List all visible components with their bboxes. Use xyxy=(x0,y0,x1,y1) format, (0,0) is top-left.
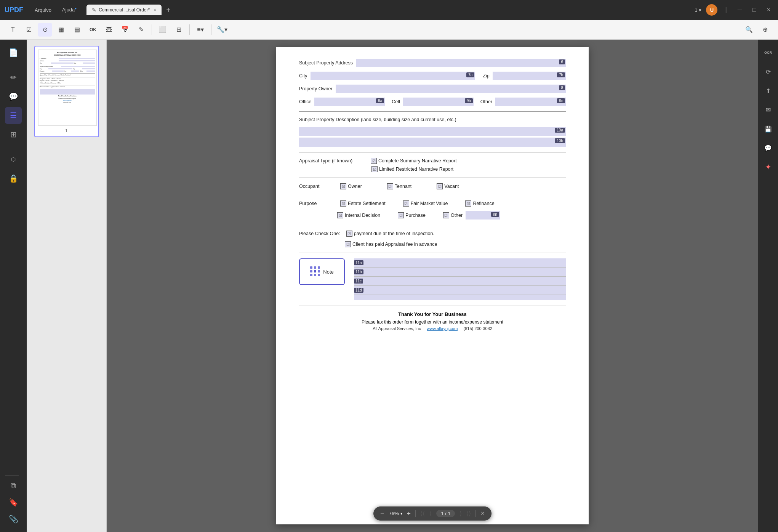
other2-item[interactable]: ☑ Other nn xyxy=(443,211,500,220)
office-field[interactable]: 9a xyxy=(314,98,385,106)
note-field-11a[interactable]: 11a xyxy=(354,258,566,268)
ok-tool-button[interactable]: OK xyxy=(86,23,100,37)
sidebar-forms-icon[interactable]: ☰ xyxy=(5,107,22,124)
sidebar-edit-icon[interactable]: ✏ xyxy=(5,69,22,86)
tennant-item[interactable]: ☑ Tennant xyxy=(387,183,411,189)
thumbnail-page-1[interactable]: ALL Appraisal Services, Inc. COMMERCIAL … xyxy=(34,46,99,137)
sidebar-organize-icon[interactable]: ⊞ xyxy=(5,126,22,143)
limited-restricted-item[interactable]: ☑ Limited Restricted Narrative Report xyxy=(371,166,453,172)
fair-market-checkbox[interactable]: ☑ xyxy=(403,200,409,207)
client-paid-checkbox[interactable]: ☑ xyxy=(345,241,351,247)
date-tool-button[interactable]: 📅 xyxy=(118,23,132,37)
sign-tool-button[interactable]: ✎ xyxy=(134,23,148,37)
complete-summary-checkbox[interactable]: ☑ xyxy=(371,158,377,164)
zoom-button[interactable]: ⊕ xyxy=(758,23,772,37)
subject-address-row: Subject Property Address 6 xyxy=(299,59,566,67)
note-widget[interactable]: Note xyxy=(299,258,345,285)
right-upload-icon[interactable]: ⬆ xyxy=(760,82,776,99)
align-tool-button[interactable]: ≡▾ xyxy=(194,23,207,37)
close-zoom-button[interactable]: × xyxy=(480,510,485,518)
zoom-level-display[interactable]: 76% ▾ xyxy=(389,511,402,516)
subject-desc-field-a[interactable]: 10a xyxy=(299,127,566,136)
pdf-area[interactable]: Subject Property Address 6 City 7a Zip 7… xyxy=(107,40,758,532)
last-page-button[interactable]: ⟩⟩ xyxy=(466,510,471,517)
prev-page-button[interactable]: ⟨ xyxy=(429,510,432,517)
radio-tool-button[interactable]: ⊙ xyxy=(38,23,52,37)
right-save-icon[interactable]: 💾 xyxy=(760,120,776,137)
city-field[interactable]: 7a xyxy=(311,72,475,80)
next-page-button[interactable]: ⟩ xyxy=(459,510,462,517)
sidebar-layers-icon[interactable]: ⧉ xyxy=(5,477,22,494)
sidebar-bookmark-icon[interactable]: 🔖 xyxy=(5,494,22,511)
estate-checkbox[interactable]: ☑ xyxy=(340,200,346,207)
purchase-checkbox[interactable]: ☑ xyxy=(398,212,404,218)
complete-summary-item[interactable]: ☑ Complete Summary Narrative Report xyxy=(371,158,457,164)
menu-ajuda[interactable]: Ajuda● xyxy=(58,5,80,14)
text-tool-button[interactable]: T xyxy=(6,23,20,37)
payment-due-checkbox[interactable]: ☑ xyxy=(346,231,352,237)
current-tab[interactable]: ✎ Commercial ...isal Order* × xyxy=(86,5,162,15)
combo-tool-button[interactable]: ▦ xyxy=(54,23,68,37)
limited-restricted-checkbox[interactable]: ☑ xyxy=(371,166,378,172)
maximize-button[interactable]: □ xyxy=(749,6,759,14)
note-field-11d[interactable]: 11d xyxy=(354,286,566,295)
wrench-tool-button[interactable]: 🔧▾ xyxy=(215,23,229,37)
note-field-11c[interactable]: 11c xyxy=(354,277,566,286)
property-owner-field[interactable]: 8 xyxy=(336,85,566,93)
other2-field[interactable]: nn xyxy=(466,211,500,220)
client-paid-row: ☑ Client has paid Appraisal fee in advan… xyxy=(345,241,566,247)
sidebar-convert-icon[interactable]: ⬡ xyxy=(5,151,22,168)
vacant-item[interactable]: ☑ Vacant xyxy=(437,183,459,189)
grid-tool-button[interactable]: ⊞ xyxy=(172,23,186,37)
right-chat-icon[interactable]: 💬 xyxy=(760,139,776,156)
payment-due-item[interactable]: ☑ payment due at the time of inspection. xyxy=(346,231,434,237)
first-page-button[interactable]: ⟨⟨ xyxy=(420,510,425,517)
refinance-checkbox[interactable]: ☑ xyxy=(465,200,471,207)
tab-close-button[interactable]: × xyxy=(154,7,156,13)
refinance-item[interactable]: ☑ Refinance xyxy=(465,200,494,207)
fair-market-item[interactable]: ☑ Fair Market Value xyxy=(403,200,448,207)
image-tool-button[interactable]: 🖼 xyxy=(102,23,116,37)
other2-checkbox[interactable]: ☑ xyxy=(443,212,449,218)
website-link[interactable]: www.allaynj.com xyxy=(427,326,458,331)
owner-item[interactable]: ☑ Owner xyxy=(340,183,362,189)
cell-field[interactable]: 9b xyxy=(403,98,474,106)
sidebar-attachment-icon[interactable]: 📎 xyxy=(5,511,22,527)
user-avatar[interactable]: U xyxy=(706,4,717,16)
other-field[interactable]: 9c xyxy=(495,98,566,106)
list-tool-button[interactable]: ▤ xyxy=(70,23,84,37)
sidebar-reader-icon[interactable]: 📄 xyxy=(5,44,22,61)
internal-decision-item[interactable]: ☑ Internal Decision xyxy=(337,212,380,218)
zoom-arrow[interactable]: ▾ xyxy=(400,511,402,516)
checkbox-tool-button[interactable]: ☑ xyxy=(22,23,36,37)
field-badge-10a: 10a xyxy=(555,128,565,133)
right-convert-icon[interactable]: ⟳ xyxy=(760,63,776,80)
badge-11a: 11a xyxy=(354,260,363,265)
zoom-in-button[interactable]: + xyxy=(407,510,411,517)
right-star-icon[interactable]: ✦ xyxy=(760,159,776,175)
subject-address-field[interactable]: 6 xyxy=(356,59,566,67)
tennant-checkbox[interactable]: ☑ xyxy=(387,183,393,189)
zoom-out-button[interactable]: − xyxy=(380,510,384,517)
vacant-checkbox[interactable]: ☑ xyxy=(437,183,443,189)
page-nav-arrow[interactable]: ▾ xyxy=(699,7,701,13)
sidebar-annotate-icon[interactable]: 💬 xyxy=(5,88,22,105)
close-button[interactable]: × xyxy=(764,6,773,14)
note-field[interactable]: 11a 11b 11c 11d xyxy=(354,258,566,300)
internal-decision-checkbox[interactable]: ☑ xyxy=(337,212,343,218)
estate-item[interactable]: ☑ Estate Settlement xyxy=(340,200,386,207)
add-tab-button[interactable]: + xyxy=(163,5,174,15)
form-tool-button[interactable]: ⬜ xyxy=(156,23,170,37)
search-button[interactable]: 🔍 xyxy=(742,23,756,37)
purchase-item[interactable]: ☑ Purchase xyxy=(398,212,426,218)
zip-field[interactable]: 7b xyxy=(493,72,566,80)
note-field-11b[interactable]: 11b xyxy=(354,268,566,277)
client-paid-item[interactable]: ☑ Client has paid Appraisal fee in advan… xyxy=(345,241,437,247)
right-mail-icon[interactable]: ✉ xyxy=(760,101,776,118)
subject-desc-field-b[interactable]: 10b xyxy=(299,138,566,147)
right-ocr-icon[interactable]: OCR xyxy=(760,44,776,61)
owner-checkbox[interactable]: ☑ xyxy=(340,183,346,189)
menu-arquivo[interactable]: Arquivo xyxy=(31,6,55,14)
minimize-button[interactable]: ─ xyxy=(735,6,745,14)
sidebar-protect-icon[interactable]: 🔒 xyxy=(5,170,22,187)
